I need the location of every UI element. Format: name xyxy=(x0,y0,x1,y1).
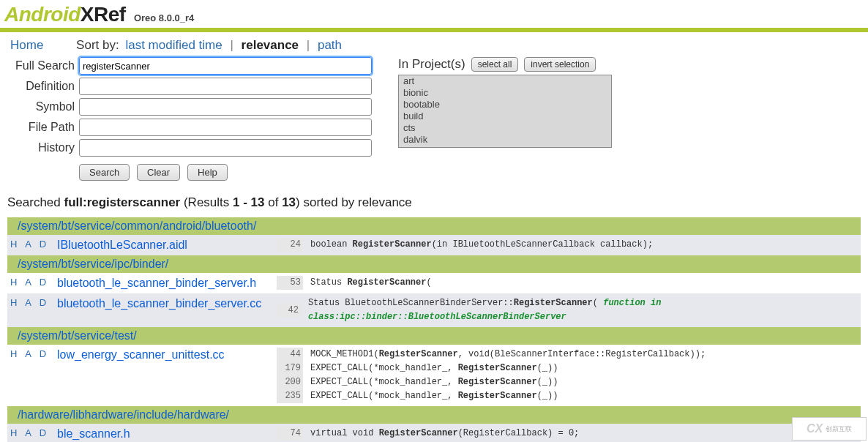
label-full-search: Full Search xyxy=(9,59,75,72)
had-links[interactable]: H A D xyxy=(7,235,57,253)
label-definition: Definition xyxy=(9,80,75,93)
dir-header: /system/bt/service/common/android/blueto… xyxy=(7,217,861,235)
file-name: IBluetoothLeScanner.aidl xyxy=(57,235,277,255)
file-link[interactable]: IBluetoothLeScanner.aidl xyxy=(57,239,187,251)
code-snippet: Status BluetoothLeScannerBinderServer::R… xyxy=(308,296,861,324)
results: /system/bt/service/common/android/blueto… xyxy=(0,217,868,442)
select-all-button[interactable]: select all xyxy=(471,57,519,72)
sort-last-modified[interactable]: last modified time xyxy=(125,38,222,52)
project-option[interactable]: dalvik xyxy=(399,134,611,146)
file-row: H A Dble_scanner.h74virtual void Registe… xyxy=(7,424,861,442)
code-snippet: boolean RegisterScanner(in IBluetoothLeS… xyxy=(310,238,653,252)
hit-line[interactable]: 179EXPECT_CALL(*mock_handler_, RegisterS… xyxy=(277,362,861,375)
full-search-input[interactable] xyxy=(79,57,372,75)
code-snippet: Status RegisterScanner( xyxy=(310,276,432,290)
hit-line[interactable]: 200EXPECT_CALL(*mock_handler_, RegisterS… xyxy=(277,375,861,389)
logo[interactable]: AndroidXRef xyxy=(4,3,131,26)
file-name: bluetooth_le_scanner_binder_server.cc xyxy=(57,293,277,314)
file-row: H A Dlow_energy_scanner_unittest.cc44MOC… xyxy=(7,345,861,406)
symbol-input[interactable] xyxy=(79,98,372,116)
version-label: Oreo 8.0.0_r4 xyxy=(134,12,194,23)
dir-link[interactable]: /system/bt/service/ipc/binder/ xyxy=(18,258,168,270)
in-projects-label: In Project(s) xyxy=(398,57,465,72)
project-list[interactable]: artbionicbootablebuildctsdalvik xyxy=(398,75,612,148)
search-form: Full Search Definition Symbol File Path … xyxy=(0,57,868,187)
file-row: H A DIBluetoothLeScanner.aidl24boolean R… xyxy=(7,235,861,255)
watermark: CX 创新互联 xyxy=(792,417,867,441)
project-option[interactable]: art xyxy=(399,75,611,87)
project-option[interactable]: bootable xyxy=(399,99,611,110)
file-row: H A Dbluetooth_le_scanner_binder_server.… xyxy=(7,293,861,327)
topbar: Home Sort by: last modified time | relev… xyxy=(0,32,868,57)
dir-link[interactable]: /hardware/libhardware/include/hardware/ xyxy=(18,408,229,421)
hit-line[interactable]: 24boolean RegisterScanner(in IBluetoothL… xyxy=(277,238,861,252)
project-option[interactable]: cts xyxy=(399,122,611,134)
definition-input[interactable] xyxy=(79,78,372,95)
hit-line[interactable]: 44MOCK_METHOD1(RegisterScanner, void(Ble… xyxy=(277,348,861,362)
file-link[interactable]: bluetooth_le_scanner_binder_server.h xyxy=(57,277,256,289)
file-name: ble_scanner.h xyxy=(57,424,277,442)
dir-header: /system/bt/service/test/ xyxy=(7,327,861,345)
line-number: 53 xyxy=(277,276,303,290)
file-row: H A Dbluetooth_le_scanner_binder_server.… xyxy=(7,273,861,293)
line-number: 200 xyxy=(277,375,303,389)
dir-link[interactable]: /system/bt/service/common/android/blueto… xyxy=(18,220,256,232)
line-number: 179 xyxy=(277,362,303,375)
code-snippet: EXPECT_CALL(*mock_handler_, RegisterScan… xyxy=(310,389,558,403)
file-name: low_energy_scanner_unittest.cc xyxy=(57,345,277,365)
code-snippet: virtual void RegisterScanner(RegisterCal… xyxy=(310,427,579,441)
clear-button[interactable]: Clear xyxy=(137,164,180,181)
hits: 74virtual void RegisterScanner(RegisterC… xyxy=(277,424,861,442)
sortby-label: Sort by: xyxy=(76,38,119,52)
code-snippet: EXPECT_CALL(*mock_handler_, RegisterScan… xyxy=(310,362,558,375)
line-number: 42 xyxy=(277,304,301,318)
project-option[interactable]: bionic xyxy=(399,87,611,99)
sort-relevance: relevance xyxy=(242,38,299,52)
file-link[interactable]: ble_scanner.h xyxy=(57,427,130,440)
dir-header: /system/bt/service/ipc/binder/ xyxy=(7,255,861,273)
file-link[interactable]: low_energy_scanner_unittest.cc xyxy=(57,348,225,361)
watermark-text: 创新互联 xyxy=(826,424,852,434)
label-symbol: Symbol xyxy=(9,100,75,113)
line-number: 24 xyxy=(277,238,303,252)
had-links[interactable]: H A D xyxy=(7,293,57,312)
hits: 42Status BluetoothLeScannerBinderServer:… xyxy=(277,293,861,327)
label-history: History xyxy=(9,141,75,154)
sort-path[interactable]: path xyxy=(318,38,342,52)
line-number: 74 xyxy=(277,427,303,441)
hits: 53Status RegisterScanner( xyxy=(277,273,861,293)
history-input[interactable] xyxy=(79,139,372,157)
hit-line[interactable]: 42Status BluetoothLeScannerBinderServer:… xyxy=(277,296,861,324)
label-filepath: File Path xyxy=(9,121,75,134)
hits: 24boolean RegisterScanner(in IBluetoothL… xyxy=(277,235,861,255)
hit-line[interactable]: 53Status RegisterScanner( xyxy=(277,276,861,290)
hit-line[interactable]: 235EXPECT_CALL(*mock_handler_, RegisterS… xyxy=(277,389,861,403)
file-name: bluetooth_le_scanner_binder_server.h xyxy=(57,273,277,293)
home-link[interactable]: Home xyxy=(10,38,43,52)
help-button[interactable]: Help xyxy=(187,164,228,181)
line-number: 44 xyxy=(277,348,303,362)
project-option[interactable]: build xyxy=(399,110,611,122)
dir-header: /hardware/libhardware/include/hardware/ xyxy=(7,406,861,424)
had-links[interactable]: H A D xyxy=(7,345,57,363)
filepath-input[interactable] xyxy=(79,119,372,136)
line-number: 235 xyxy=(277,389,303,403)
invert-selection-button[interactable]: invert selection xyxy=(524,57,596,72)
hits: 44MOCK_METHOD1(RegisterScanner, void(Ble… xyxy=(277,345,861,406)
hit-line[interactable]: 74virtual void RegisterScanner(RegisterC… xyxy=(277,427,861,441)
code-snippet: MOCK_METHOD1(RegisterScanner, void(BleSc… xyxy=(310,348,706,362)
file-link[interactable]: bluetooth_le_scanner_binder_server.cc xyxy=(57,297,261,310)
dir-link[interactable]: /system/bt/service/test/ xyxy=(18,329,137,342)
had-links[interactable]: H A D xyxy=(7,273,57,291)
watermark-icon: CX xyxy=(807,422,823,435)
code-snippet: EXPECT_CALL(*mock_handler_, RegisterScan… xyxy=(310,375,558,389)
header: AndroidXRef Oreo 8.0.0_r4 xyxy=(0,0,868,32)
logo-android: Android xyxy=(4,3,81,26)
search-button[interactable]: Search xyxy=(79,164,130,181)
results-summary: Searched full:registerscanner (Results 1… xyxy=(0,187,868,217)
logo-xref: XRef xyxy=(81,3,126,26)
had-links[interactable]: H A D xyxy=(7,424,57,442)
